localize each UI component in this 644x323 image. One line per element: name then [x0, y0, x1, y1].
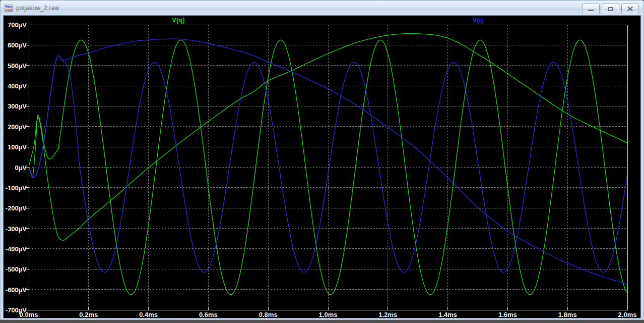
x-tick-label: 1.6ms [498, 311, 517, 318]
x-tick-label: 1.4ms [438, 311, 457, 318]
window-controls [582, 4, 639, 14]
y-tick-label: 0µV [4, 164, 27, 171]
x-tick-label: 2.0ms [618, 311, 637, 318]
trace-legend: V(q)V(i) [29, 16, 627, 24]
restore-icon [608, 7, 613, 11]
waveform-viewer-window: poljakow_2.raw V(q)V(i) 700µV600µV500µV4… [0, 0, 644, 320]
x-tick-label: 0.4ms [139, 311, 158, 318]
restore-button[interactable] [602, 4, 619, 14]
waveform-file-icon[interactable] [5, 4, 13, 12]
legend-label-vi[interactable]: V(i) [328, 16, 627, 24]
y-tick-label: 500µV [4, 62, 27, 69]
grid-lines [29, 25, 627, 310]
trace-vi-fast [29, 56, 627, 272]
minimize-icon [588, 10, 594, 11]
close-icon [627, 7, 633, 11]
y-tick-label: 200µV [4, 123, 27, 130]
y-tick-label: -600µV [4, 286, 27, 293]
x-tick-label: 0.6ms [199, 311, 218, 318]
y-tick-label: -500µV [4, 265, 27, 273]
x-tick-label: 0.0ms [20, 311, 38, 318]
y-tick-label: 700µV [4, 21, 27, 29]
y-tick-label: 400µV [4, 82, 27, 90]
waveform-plot-pane[interactable]: V(q)V(i) 700µV600µV500µV400µV300µV200µV1… [3, 15, 641, 318]
waveform-icon-graphic [5, 4, 13, 12]
y-tick-label: -100µV [4, 184, 27, 191]
x-tick-label: 0.8ms [259, 311, 278, 318]
close-button[interactable] [621, 4, 639, 14]
window-title: poljakow_2.raw [16, 5, 59, 12]
title-bar[interactable]: poljakow_2.raw [1, 1, 643, 15]
y-tick-label: -400µV [4, 245, 27, 252]
y-tick-label: 600µV [4, 41, 27, 49]
legend-label-vq[interactable]: V(q) [29, 16, 328, 24]
minimize-button[interactable] [582, 4, 600, 14]
x-tick-label: 1.8ms [558, 311, 577, 318]
y-tick-label: 300µV [4, 102, 27, 110]
y-tick-label: -300µV [4, 225, 27, 232]
screen-background [0, 320, 644, 323]
x-tick-label: 1.2ms [378, 311, 397, 318]
y-tick-label: -200µV [4, 204, 27, 212]
plot-canvas[interactable] [4, 16, 640, 318]
x-tick-label: 1.0ms [319, 311, 338, 318]
y-tick-label: 100µV [4, 143, 27, 151]
x-tick-label: 0.2ms [79, 311, 98, 318]
